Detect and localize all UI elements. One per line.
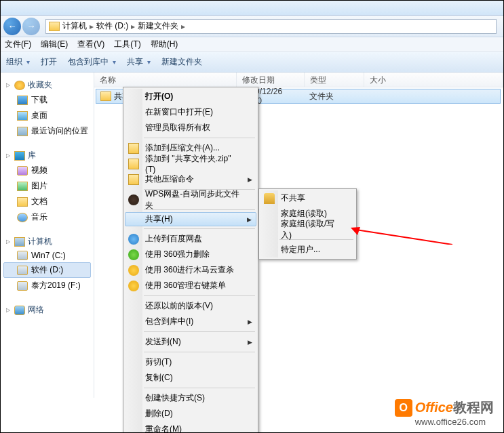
share-specific-users[interactable]: 特定用户... xyxy=(260,242,355,257)
chevron-right-icon: ▶ xyxy=(248,339,252,346)
ctx-create-shortcut[interactable]: 创建快捷方式(S) xyxy=(125,390,256,406)
tb-organize[interactable]: 组织 xyxy=(6,56,22,68)
tb-include[interactable]: 包含到库中 xyxy=(68,56,109,68)
ctx-share[interactable]: 共享(H)▶ xyxy=(125,212,256,226)
menu-edit[interactable]: 编辑(E) xyxy=(41,39,68,50)
menu-tools[interactable]: 工具(T) xyxy=(114,39,140,50)
annotation-arrow xyxy=(351,224,452,245)
svg-line-0 xyxy=(356,230,452,245)
col-name[interactable]: 名称 xyxy=(94,73,237,87)
ctx-360-trojan[interactable]: 使用 360进行木马云查杀 xyxy=(125,262,256,278)
separator xyxy=(144,352,255,352)
drive-icon xyxy=(17,266,28,275)
ctx-restore-previous[interactable]: 还原以前的版本(V) xyxy=(125,298,256,314)
ctx-copy[interactable]: 复制(C) xyxy=(125,370,256,386)
desktop-icon xyxy=(17,111,28,121)
sidebar-item-c[interactable]: Win7 (C:) xyxy=(3,249,91,262)
video-icon xyxy=(17,166,28,176)
menu-file[interactable]: 文件(F) xyxy=(5,39,31,50)
computer-icon xyxy=(14,237,25,247)
sidebar-item-music[interactable]: 音乐 xyxy=(3,209,91,225)
sidebar-computer[interactable]: 计算机 xyxy=(3,234,91,249)
share-nobody[interactable]: 不共享 xyxy=(260,190,355,206)
col-size[interactable]: 大小 xyxy=(364,73,503,87)
col-type[interactable]: 类型 xyxy=(305,73,364,87)
brand-text: Office教程网 xyxy=(415,398,494,417)
ctx-send-to[interactable]: 发送到(N)▶ xyxy=(125,334,256,350)
chevron-right-icon: ▶ xyxy=(248,318,252,325)
watermark: O Office教程网 www.office26.com xyxy=(395,398,494,427)
lock-icon xyxy=(264,193,275,204)
archive-icon xyxy=(128,143,139,154)
sidebar-item-pictures[interactable]: 图片 xyxy=(3,178,91,194)
ctx-wps-sync[interactable]: WPS网盘-自动同步此文件夹 xyxy=(125,192,256,207)
ctx-other-compress[interactable]: 其他压缩命令▶ xyxy=(125,171,256,187)
baidu-icon xyxy=(128,234,139,245)
ctx-admin-ownership[interactable]: 管理员取得所有权 xyxy=(125,120,256,136)
wps-icon xyxy=(128,194,139,205)
drive-icon xyxy=(17,281,28,291)
chevron-right-icon: ▸ xyxy=(90,22,94,31)
music-icon xyxy=(17,213,28,222)
forward-button[interactable]: → xyxy=(22,18,40,35)
tb-newfolder[interactable]: 新建文件夹 xyxy=(161,56,202,68)
crumb-folder[interactable]: 新建文件夹 xyxy=(138,20,178,32)
network-icon xyxy=(14,306,25,315)
tb-share[interactable]: 共享 xyxy=(127,56,143,68)
star-icon xyxy=(14,81,25,90)
separator xyxy=(144,138,255,138)
sidebar-network[interactable]: 网络 xyxy=(3,303,91,317)
recent-icon xyxy=(17,127,28,136)
ctx-cut[interactable]: 剪切(T) xyxy=(125,354,256,370)
navigation-bar: ← → 计算机 ▸ 软件 (D:) ▸ 新建文件夹 ▸ xyxy=(1,16,503,37)
column-headers: 名称 修改日期 类型 大小 xyxy=(94,73,503,87)
archive-icon xyxy=(128,159,139,169)
cell-type: 文件夹 xyxy=(305,91,365,102)
svg-marker-1 xyxy=(351,227,360,235)
download-icon xyxy=(17,96,28,105)
sidebar-item-desktop[interactable]: 桌面 xyxy=(3,108,91,123)
ctx-open-new-window[interactable]: 在新窗口中打开(E) xyxy=(125,104,256,120)
toolbar: 组织▾ 打开 包含到库中▾ 共享▾ 新建文件夹 xyxy=(1,52,503,73)
sidebar-item-documents[interactable]: 文档 xyxy=(3,194,91,209)
360-icon xyxy=(128,249,139,260)
back-button[interactable]: ← xyxy=(3,18,21,35)
ctx-rename[interactable]: 重命名(M) xyxy=(125,421,256,433)
sidebar-item-d[interactable]: 软件 (D:) xyxy=(3,262,91,278)
ctx-360-delete[interactable]: 使用 360强力删除 xyxy=(125,247,256,262)
sidebar-favorites[interactable]: 收藏夹 xyxy=(3,78,91,92)
sidebar-item-f[interactable]: 泰方2019 (F:) xyxy=(3,278,91,293)
chevron-right-icon: ▶ xyxy=(248,176,252,183)
sidebar-item-recent[interactable]: 最近访问的位置 xyxy=(3,123,91,139)
crumb-computer[interactable]: 计算机 xyxy=(62,20,87,32)
share-homegroup-rw[interactable]: 家庭组(读取/写入) xyxy=(260,222,355,237)
ctx-baidu-upload[interactable]: 上传到百度网盘 xyxy=(125,231,256,247)
sidebar-item-videos[interactable]: 视频 xyxy=(3,163,91,178)
separator xyxy=(144,331,255,332)
sidebar-libraries[interactable]: 库 xyxy=(3,148,91,163)
separator xyxy=(144,388,255,388)
share-submenu: 不共享 家庭组(读取) 家庭组(读取/写入) 特定用户... xyxy=(258,188,357,260)
sidebar-item-downloads[interactable]: 下载 xyxy=(3,92,91,108)
chevron-right-icon: ▸ xyxy=(181,22,185,31)
menu-bar: 文件(F) 编辑(E) 查看(V) 工具(T) 帮助(H) xyxy=(1,37,503,52)
library-icon xyxy=(14,151,25,161)
ctx-add-zip[interactable]: 添加到 "共享文件夹.zip" (T) xyxy=(125,156,256,171)
ctx-open[interactable]: 打开(O) xyxy=(125,89,256,104)
menu-view[interactable]: 查看(V) xyxy=(77,39,104,50)
chevron-right-icon: ▸ xyxy=(131,22,135,31)
folder-icon xyxy=(100,91,111,101)
360-icon xyxy=(128,281,139,291)
tb-open[interactable]: 打开 xyxy=(41,56,57,68)
col-date[interactable]: 修改日期 xyxy=(237,73,305,87)
breadcrumb[interactable]: 计算机 ▸ 软件 (D:) ▸ 新建文件夹 ▸ xyxy=(45,19,497,34)
folder-icon xyxy=(49,22,60,31)
ctx-360-menu[interactable]: 使用 360管理右键菜单 xyxy=(125,278,256,293)
ctx-include-lib[interactable]: 包含到库中(I)▶ xyxy=(125,314,256,329)
ctx-delete[interactable]: 删除(D) xyxy=(125,406,256,421)
title-bar xyxy=(1,1,503,16)
menu-help[interactable]: 帮助(H) xyxy=(151,39,178,50)
crumb-drive[interactable]: 软件 (D:) xyxy=(96,20,128,32)
360-icon xyxy=(128,265,139,276)
separator xyxy=(144,228,255,229)
